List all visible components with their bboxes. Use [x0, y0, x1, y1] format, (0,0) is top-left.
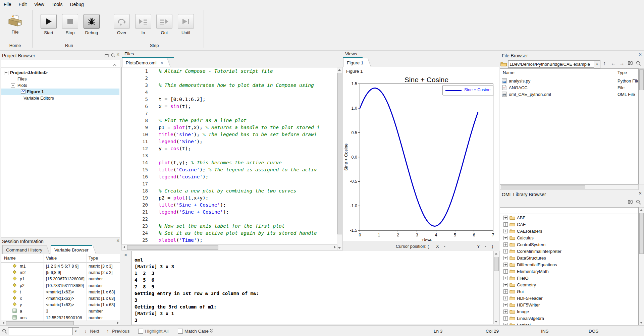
expander-plus-icon[interactable]: [503, 249, 508, 254]
code-editor[interactable]: 1% Altair Compose - Tutorial script file…: [121, 67, 337, 250]
menu-item-tools[interactable]: Tools: [48, 0, 66, 8]
search-icon[interactable]: [636, 61, 641, 67]
oml-library-item-gui[interactable]: Gui: [500, 288, 638, 295]
menu-item-debug[interactable]: Debug: [66, 0, 87, 8]
figure-plot[interactable]: Sine + Cosine1.51.00.50.0-0.5-1.0-1.5012…: [343, 76, 499, 241]
find-previous-button[interactable]: Previous: [112, 329, 130, 334]
expander-plus-icon[interactable]: [503, 296, 508, 300]
project-tree-item-project-untitled[interactable]: Project:<Untitled>: [1, 69, 119, 76]
expander-plus-icon[interactable]: [503, 222, 508, 227]
find-in-files-icon[interactable]: [628, 200, 633, 206]
editor-hscroll-thumb[interactable]: [127, 245, 218, 250]
command-window[interactable]: oml[Matrix] 3 x 31 2 34 5 67 8 9Getting …: [131, 251, 499, 325]
variable-row-x[interactable]: x<matrix(1x63)>matrix [1 x 63]: [1, 295, 120, 301]
ribbon-button-debug[interactable]: Debug: [82, 14, 101, 35]
ribbon-button-in[interactable]: In: [133, 14, 153, 35]
project-browser-close-icon[interactable]: ×: [116, 53, 119, 57]
oml-library-item-calculus[interactable]: Calculus: [500, 234, 638, 241]
match-case-checkbox[interactable]: [178, 329, 183, 334]
collapse-chevron-icon[interactable]: [113, 62, 116, 68]
variable-row-ans[interactable]: ans12.5529215900108number: [1, 315, 120, 321]
menu-item-view[interactable]: View: [31, 0, 48, 8]
expander-plus-icon[interactable]: [503, 323, 508, 325]
scroll-down-arrow[interactable]: [337, 245, 342, 250]
column-header-name[interactable]: Name: [503, 70, 515, 75]
find-next-button[interactable]: Next: [90, 329, 99, 334]
variable-row-p1[interactable]: p1[15.2036701328008]number: [1, 276, 120, 282]
session-hscrollbar[interactable]: [1, 321, 120, 326]
find-input[interactable]: [8, 327, 74, 335]
ribbon-button-stop[interactable]: Stop: [60, 14, 80, 35]
command-vscroll-thumb[interactable]: [494, 257, 499, 271]
expander-plus-icon[interactable]: [503, 229, 508, 233]
expander-plus-icon[interactable]: [503, 263, 508, 267]
command-vscrollbar[interactable]: [493, 251, 499, 324]
expander-plus-icon[interactable]: [503, 269, 508, 274]
chart-legend[interactable]: Sine + Cosine: [442, 86, 493, 95]
oml-library-item-cae[interactable]: CAE: [500, 221, 638, 228]
find-dropdown-icon[interactable]: ▼: [72, 327, 79, 335]
scroll-down-arrow[interactable]: [494, 319, 498, 324]
oml-library-item-hdf5reader[interactable]: HDF5Reader: [500, 295, 638, 301]
tab-close-icon[interactable]: ×: [161, 60, 163, 65]
scroll-up-arrow[interactable]: [337, 67, 342, 72]
oml-library-item-image[interactable]: Image: [500, 308, 638, 315]
menu-item-edit[interactable]: Edit: [15, 0, 31, 8]
command-window-close-icon[interactable]: ×: [124, 253, 127, 257]
expander-plus-icon[interactable]: [503, 289, 508, 294]
column-header-type[interactable]: Type: [618, 70, 627, 75]
file-list-hscroll-thumb[interactable]: [501, 185, 585, 189]
file-row-oml-cae-python-oml[interactable]: OMLoml_CAE_python.omlOML File: [500, 91, 638, 98]
back-icon[interactable]: ←: [611, 60, 616, 66]
session-hscroll-thumb[interactable]: [6, 321, 74, 325]
expander-plus-icon[interactable]: [503, 316, 508, 321]
variable-row-m2[interactable]: m2[5 6;8 9]matrix [2 x 2]: [1, 269, 120, 276]
oml-library-item-geometry[interactable]: Geometry: [500, 281, 638, 288]
oml-vscroll-thumb[interactable]: [639, 213, 644, 254]
tab-command-history[interactable]: Command History: [2, 245, 46, 255]
ribbon-button-file[interactable]: File: [5, 14, 25, 35]
oml-vscrollbar[interactable]: [639, 207, 644, 325]
column-header-type[interactable]: Type: [89, 256, 98, 261]
oml-library-item-abf[interactable]: ABF: [500, 214, 638, 221]
oml-library-item-linearalgebra[interactable]: LinearAlgebra: [500, 315, 638, 322]
scroll-right-arrow[interactable]: [116, 321, 120, 325]
variable-row-t[interactable]: t<matrix(1x63)>matrix [1 x 63]: [1, 289, 120, 295]
oml-library-item-controlsystem[interactable]: ControlSystem: [500, 241, 638, 248]
highlight-all-label[interactable]: Highlight All: [145, 329, 169, 334]
up-directory-icon[interactable]: ↑: [603, 60, 606, 66]
float-panel-icon[interactable]: [105, 53, 109, 59]
figure-tab[interactable]: Figure 1: [343, 58, 367, 67]
expander-minus-icon[interactable]: [11, 83, 15, 88]
forward-icon[interactable]: →: [619, 60, 625, 66]
ribbon-button-until[interactable]: Until: [176, 14, 196, 35]
next-arrow-icon[interactable]: ↓: [85, 329, 87, 334]
variable-row-p2[interactable]: p2[10.7831531118689]number: [1, 282, 120, 289]
oml-library-item-datastructures[interactable]: DataStructures: [500, 255, 638, 261]
expander-plus-icon[interactable]: [503, 276, 508, 280]
path-input[interactable]: [508, 60, 595, 68]
file-row-angacc[interactable]: ANGACCFile: [500, 85, 638, 91]
editor-vscroll-thumb[interactable]: [337, 73, 342, 234]
ribbon-button-over[interactable]: Over: [112, 14, 131, 35]
expander-plus-icon[interactable]: [503, 216, 508, 220]
expander-plus-icon[interactable]: [503, 242, 508, 247]
file-list-vscroll-thumb[interactable]: [639, 69, 644, 90]
ribbon-button-start[interactable]: Start: [39, 14, 58, 35]
oml-library-item-fileio[interactable]: FileIO: [500, 275, 638, 281]
previous-arrow-icon[interactable]: ↑: [107, 329, 109, 334]
scroll-down-arrow[interactable]: [639, 320, 643, 325]
expander-plus-icon[interactable]: [503, 310, 508, 314]
highlight-all-checkbox[interactable]: [138, 329, 143, 334]
session-info-close-icon[interactable]: ×: [116, 239, 119, 243]
file-browser-close-icon[interactable]: ×: [639, 53, 642, 57]
expand-search-options-icon[interactable]: [209, 328, 213, 334]
expander-plus-icon[interactable]: [503, 236, 508, 240]
menu-item-file[interactable]: File: [0, 0, 15, 8]
scroll-up-arrow[interactable]: [494, 251, 498, 256]
oml-library-close-icon[interactable]: ×: [639, 191, 642, 195]
column-header-value[interactable]: Value: [46, 256, 57, 261]
project-tree-item-variable-editors[interactable]: Variable Editors: [1, 95, 119, 101]
find-in-files-icon[interactable]: [628, 61, 633, 67]
expander-plus-icon[interactable]: [503, 283, 508, 287]
